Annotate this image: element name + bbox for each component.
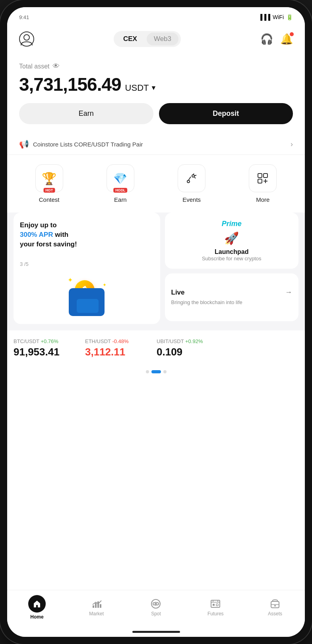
spot-label: Spot — [151, 611, 161, 617]
live-description: Bringing the blockchain into life — [171, 299, 293, 306]
svg-rect-15 — [97, 601, 99, 608]
svg-rect-16 — [100, 604, 101, 608]
svg-point-4 — [192, 175, 194, 177]
notification-dot — [290, 32, 294, 36]
contest-icon-wrapper: 🏆 HOT — [35, 164, 63, 192]
announcement-bar[interactable]: 📢 Coinstore Lists CORE/USDT Trading Pair… — [7, 134, 305, 155]
contest-icon: 🏆 — [42, 172, 56, 185]
launchpad-card[interactable]: Prime 🚀 Launchpad Subscribe for new cryp… — [165, 213, 299, 269]
total-asset-label: Total asset 👁 — [19, 62, 293, 70]
eye-icon[interactable]: 👁 — [52, 62, 60, 70]
hodl-badge: HODL — [113, 188, 128, 193]
mode-toggle[interactable]: CEX Web3 — [114, 31, 181, 47]
home-indicator-bar — [7, 628, 305, 637]
rocket-icon: 🚀 — [224, 231, 239, 245]
assets-icon — [269, 598, 281, 609]
market-ticker: BTC/USDT +0.76% 91,953.41 ETH/USDT -0.48… — [7, 330, 305, 366]
nav-assets[interactable]: Assets — [261, 598, 289, 617]
asset-section: Total asset 👁 3,731,156.49 USDT ▼ Earn D… — [7, 54, 305, 134]
savings-card[interactable]: Enjoy up to 300% APR with your forst sav… — [14, 213, 160, 324]
live-card[interactable]: Live → Bringing the blockchain into life — [165, 273, 299, 321]
bottom-nav: Home Market — [7, 590, 305, 628]
ticker-ubit[interactable]: UBIT/USDT +0.92% 0.109 — [157, 338, 216, 358]
earn-label: Earn — [114, 196, 127, 203]
arrow-right-icon: → — [285, 288, 292, 297]
svg-point-1 — [24, 35, 29, 40]
prime-label: Prime — [222, 220, 242, 228]
header: CEX Web3 🎧 🔔 — [7, 27, 305, 54]
svg-line-5 — [194, 175, 196, 176]
home-label: Home — [30, 614, 43, 620]
main-content: Total asset 👁 3,731,156.49 USDT ▼ Earn D… — [7, 54, 305, 590]
quick-actions: 🏆 HOT Contest 💎 HODL Earn — [7, 155, 305, 213]
header-icons: 🎧 🔔 — [260, 33, 293, 45]
pagination-dots — [7, 366, 305, 377]
cards-section: Enjoy up to 300% APR with your forst sav… — [7, 213, 305, 330]
deposit-button[interactable]: Deposit — [159, 103, 293, 124]
svg-point-19 — [156, 603, 159, 605]
quick-action-events[interactable]: Events — [178, 164, 205, 203]
svg-rect-20 — [211, 600, 220, 607]
quick-action-earn[interactable]: 💎 HODL Earn — [107, 164, 134, 203]
svg-line-3 — [188, 177, 191, 180]
live-header: Live → — [171, 288, 293, 297]
contest-label: Contest — [39, 196, 60, 203]
launchpad-title: Launchpad — [215, 248, 248, 256]
quick-action-more[interactable]: More — [249, 164, 277, 203]
quick-action-contest[interactable]: 🏆 HOT Contest — [35, 164, 63, 203]
svg-rect-13 — [93, 605, 94, 608]
svg-rect-24 — [213, 604, 215, 606]
earn-icon: 💎 — [113, 172, 127, 185]
ubit-price: 0.109 — [157, 346, 216, 358]
svg-rect-8 — [258, 174, 262, 178]
savings-headline: Enjoy up to 300% APR with your forst sav… — [20, 221, 154, 249]
nav-home[interactable]: Home — [23, 595, 51, 620]
spot-icon — [150, 598, 161, 609]
ticker-btc[interactable]: BTC/USDT +0.76% 91,953.41 — [14, 338, 73, 358]
dot-1 — [146, 370, 149, 373]
futures-icon — [210, 598, 221, 609]
dropdown-arrow[interactable]: ▼ — [150, 84, 157, 92]
svg-point-27 — [274, 605, 276, 607]
nav-market[interactable]: Market — [83, 598, 110, 617]
nav-futures[interactable]: Futures — [202, 598, 229, 617]
tab-web3[interactable]: Web3 — [147, 33, 178, 45]
btc-price: 91,953.41 — [14, 346, 73, 358]
home-icon — [28, 595, 46, 613]
futures-label: Futures — [207, 611, 224, 617]
eth-price: 3,112.11 — [85, 346, 145, 358]
events-label: Events — [182, 196, 201, 203]
megaphone-icon: 📢 — [19, 139, 29, 149]
right-cards: Prime 🚀 Launchpad Subscribe for new cryp… — [165, 213, 299, 324]
action-buttons: Earn Deposit — [19, 103, 293, 124]
svg-rect-14 — [95, 603, 97, 608]
profile-icon[interactable] — [19, 31, 34, 47]
chevron-right-icon: › — [291, 140, 293, 148]
btc-change: +0.76% — [41, 338, 58, 344]
earn-button[interactable]: Earn — [19, 103, 153, 124]
asset-number: 3,731,156.49 — [19, 74, 121, 95]
svg-rect-25 — [216, 604, 218, 606]
dot-3 — [163, 370, 167, 373]
notification-bell[interactable]: 🔔 — [280, 33, 293, 45]
ticker-eth[interactable]: ETH/USDT -0.48% 3,112.11 — [85, 338, 145, 358]
status-bar: 9:41 ▐▐▐ WiFi 🔋 — [7, 7, 305, 27]
eth-change: -0.48% — [112, 338, 128, 344]
market-label: Market — [89, 611, 104, 617]
tab-cex[interactable]: CEX — [116, 33, 144, 45]
ubit-change: +0.92% — [185, 338, 203, 344]
home-bar — [132, 631, 180, 633]
announcement-content: 📢 Coinstore Lists CORE/USDT Trading Pair — [19, 139, 143, 149]
market-icon — [91, 598, 102, 609]
sparkle-icon-2: ✦ — [103, 282, 107, 288]
svg-point-2 — [187, 180, 190, 183]
svg-rect-9 — [264, 174, 267, 178]
more-icon — [256, 172, 269, 185]
hot-badge: HOT — [43, 188, 55, 193]
svg-point-18 — [153, 603, 155, 605]
dot-2-active — [151, 370, 161, 373]
live-title: Live — [171, 289, 185, 297]
earn-icon-wrapper: 💎 HODL — [107, 164, 134, 192]
nav-spot[interactable]: Spot — [142, 598, 170, 617]
support-icon[interactable]: 🎧 — [260, 33, 273, 45]
